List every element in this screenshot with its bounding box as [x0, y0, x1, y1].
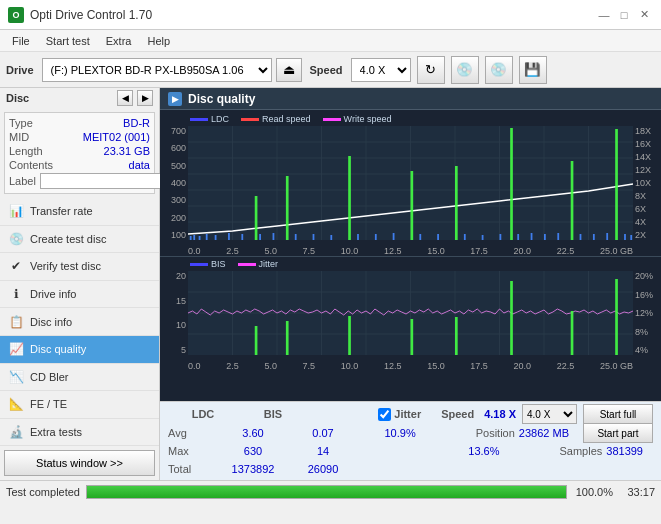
svg-rect-24	[259, 234, 261, 240]
x-label-10: 10.0	[341, 246, 359, 256]
sidebar-item-transfer-rate[interactable]: 📊 Transfer rate	[0, 198, 159, 226]
bottom-chart-svg	[188, 271, 633, 355]
start-full-button[interactable]: Start full	[583, 404, 653, 424]
sidebar-item-disc-info[interactable]: 📋 Disc info	[0, 308, 159, 336]
jitter-checkbox[interactable]	[378, 408, 391, 421]
svg-rect-46	[571, 161, 574, 240]
speed-select-stats[interactable]: 4.0 X	[522, 404, 577, 424]
stats-avg-row: Avg 3.60 0.07 10.9% Position 23862 MB St…	[168, 424, 653, 442]
svg-rect-18	[199, 236, 201, 240]
maximize-button[interactable]: □	[615, 6, 633, 24]
x-label-12.5: 12.5	[384, 246, 402, 256]
disc-type-label: Type	[9, 117, 33, 129]
disc-label-input[interactable]	[40, 173, 173, 189]
disc-length-value: 23.31 GB	[104, 145, 150, 157]
svg-rect-19	[206, 234, 208, 240]
svg-rect-45	[557, 233, 559, 240]
legend-write: Write speed	[323, 114, 392, 124]
drive-info-label: Drive info	[30, 288, 76, 300]
sidebar-item-cd-bler[interactable]: 📉 CD Bler	[0, 364, 159, 392]
avg-jitter-value: 10.9%	[385, 427, 416, 439]
y-pct-16: 16%	[635, 290, 653, 300]
svg-rect-30	[348, 156, 351, 240]
svg-rect-17	[193, 235, 195, 240]
y-label-2x: 2X	[635, 230, 646, 240]
y-label-5: 5	[181, 345, 186, 355]
disc-prev-button[interactable]: ◀	[117, 90, 133, 106]
menu-extra[interactable]: Extra	[98, 33, 140, 49]
minimize-button[interactable]: —	[595, 6, 613, 24]
close-button[interactable]: ✕	[635, 6, 653, 24]
legend-write-color	[323, 118, 341, 121]
svg-rect-31	[357, 234, 359, 240]
svg-rect-37	[455, 166, 458, 240]
y-label-16x: 16X	[635, 139, 651, 149]
sidebar-item-verify-test-disc[interactable]: ✔ Verify test disc	[0, 253, 159, 281]
menu-help[interactable]: Help	[139, 33, 178, 49]
legend-bis-color	[190, 263, 208, 266]
start-part-button[interactable]: Start part	[583, 423, 653, 443]
y-label-8x: 8X	[635, 191, 646, 201]
disc-mid-label: MID	[9, 131, 29, 143]
disc-next-button[interactable]: ▶	[137, 90, 153, 106]
disc-contents-value[interactable]: data	[129, 159, 150, 171]
y-pct-8: 8%	[635, 327, 648, 337]
sidebar-item-disc-quality[interactable]: 📈 Disc quality	[0, 336, 159, 364]
sidebar-item-drive-info[interactable]: ℹ Drive info	[0, 281, 159, 309]
progress-bar-inner	[87, 486, 566, 498]
sidebar-item-extra-tests[interactable]: 🔬 Extra tests	[0, 419, 159, 447]
svg-rect-35	[419, 234, 421, 240]
extra-tests-icon: 🔬	[8, 424, 24, 440]
x-label-22.5: 22.5	[557, 246, 575, 256]
svg-rect-66	[255, 326, 258, 355]
y-label-200: 200	[171, 213, 186, 223]
progress-percent: 100.0%	[573, 486, 613, 498]
eject-button[interactable]: ⏏	[276, 58, 302, 82]
menu-file[interactable]: File	[4, 33, 38, 49]
svg-rect-33	[393, 233, 395, 240]
svg-rect-23	[255, 196, 258, 240]
legend-jitter-color	[238, 263, 256, 266]
sidebar-item-create-test-disc[interactable]: 💿 Create test disc	[0, 226, 159, 254]
sidebar-item-fe-te[interactable]: 📐 FE / TE	[0, 391, 159, 419]
save-button[interactable]: 💾	[519, 56, 547, 84]
drive-toolbar: Drive (F:) PLEXTOR BD-R PX-LB950SA 1.06 …	[0, 52, 661, 88]
speed-select[interactable]: 4.0 X	[351, 58, 411, 82]
max-row-label: Max	[168, 445, 218, 457]
disc2-button[interactable]: 💿	[485, 56, 513, 84]
content-area: ▶ Disc quality LDC Read speed	[160, 88, 661, 480]
bottom-y-labels-left: 20 15 10 5	[160, 271, 188, 355]
fe-te-label: FE / TE	[30, 398, 67, 410]
svg-rect-26	[286, 176, 289, 240]
app-title: Opti Drive Control 1.70	[30, 8, 152, 22]
svg-rect-52	[630, 235, 632, 240]
speed-label: Speed	[310, 64, 343, 76]
y-pct-12: 12%	[635, 308, 653, 318]
refresh-button[interactable]: ↻	[417, 56, 445, 84]
total-bis-value: 26090	[288, 463, 358, 475]
y-label-100: 100	[171, 230, 186, 240]
menu-starttest[interactable]: Start test	[38, 33, 98, 49]
drive-select[interactable]: (F:) PLEXTOR BD-R PX-LB950SA 1.06	[42, 58, 272, 82]
svg-rect-29	[330, 235, 332, 240]
disc-button[interactable]: 💿	[451, 56, 479, 84]
y-pct-4: 4%	[635, 345, 648, 355]
svg-rect-16	[190, 236, 192, 240]
disc-length-row: Length 23.31 GB	[9, 145, 150, 157]
status-window-button[interactable]: Status window >>	[4, 450, 155, 476]
svg-rect-22	[241, 234, 243, 240]
disc-info-label: Disc info	[30, 316, 72, 328]
disc-label-text: Label	[9, 175, 36, 187]
bottom-x-labels: 0.0 2.5 5.0 7.5 10.0 12.5 15.0 17.5 20.0…	[188, 361, 633, 371]
position-label: Position	[476, 427, 515, 439]
top-y-labels-left: 700 600 500 400 300 200 100	[160, 126, 188, 240]
svg-rect-67	[286, 321, 289, 355]
bx-label-25: 25.0 GB	[600, 361, 633, 371]
y-label-12x: 12X	[635, 165, 651, 175]
progress-time: 33:17	[619, 486, 655, 498]
y-label-4x: 4X	[635, 217, 646, 227]
top-chart-legend: LDC Read speed Write speed	[160, 112, 661, 126]
y-label-18x: 18X	[635, 126, 651, 136]
legend-ldc: LDC	[190, 114, 229, 124]
bx-label-0: 0.0	[188, 361, 201, 371]
